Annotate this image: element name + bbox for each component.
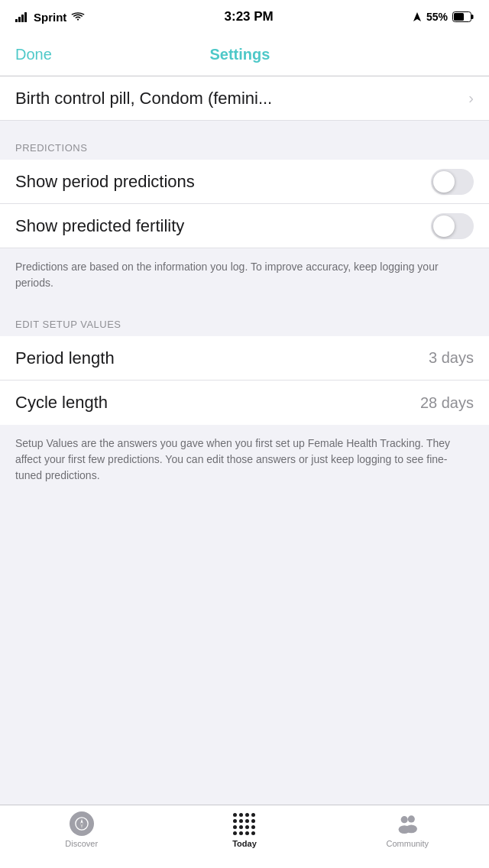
svg-marker-9 <box>80 824 83 828</box>
cycle-length-label: Cycle length <box>15 393 108 413</box>
status-time: 3:23 PM <box>225 9 274 24</box>
show-predicted-fertility-row: Show predicted fertility <box>0 204 489 248</box>
community-label: Community <box>387 839 429 848</box>
show-period-predictions-toggle[interactable] <box>431 169 474 195</box>
show-period-predictions-row: Show period predictions <box>0 160 489 204</box>
show-predicted-fertility-label: Show predicted fertility <box>15 216 184 236</box>
compass-svg <box>75 817 89 831</box>
edit-setup-note: Setup Values are the answers you gave wh… <box>0 425 489 497</box>
predictions-rows: Show period predictions Show predicted f… <box>0 160 489 248</box>
dot-8 <box>251 819 255 823</box>
svg-rect-1 <box>18 17 21 22</box>
status-right: 55% <box>413 11 474 23</box>
dot-13 <box>233 831 237 835</box>
tab-today[interactable]: Today <box>163 811 325 848</box>
predictions-header: PREDICTIONS <box>0 128 489 160</box>
today-label: Today <box>232 839 257 848</box>
svg-rect-5 <box>471 15 474 19</box>
cycle-length-value: 28 days <box>420 394 474 412</box>
edit-setup-section: EDIT SETUP VALUES Period length 3 days C… <box>0 305 489 497</box>
dot-16 <box>251 831 255 835</box>
period-length-row[interactable]: Period length 3 days <box>0 336 489 381</box>
dot-14 <box>239 831 243 835</box>
dot-4 <box>251 813 255 817</box>
svg-rect-3 <box>24 12 27 22</box>
dot-11 <box>245 825 249 829</box>
community-svg <box>395 812 419 835</box>
nav-bar: Done Settings <box>0 34 489 76</box>
svg-point-12 <box>401 816 408 823</box>
tab-bar: Discover Today <box>0 805 489 868</box>
dot-1 <box>233 813 237 817</box>
svg-marker-8 <box>80 819 83 824</box>
compass-icon <box>70 811 94 836</box>
discover-icon-container <box>70 811 94 836</box>
dot-12 <box>251 825 255 829</box>
svg-rect-2 <box>21 15 24 22</box>
dot-2 <box>239 813 243 817</box>
dot-6 <box>239 819 243 823</box>
birth-control-chevron: › <box>468 89 474 107</box>
svg-point-10 <box>408 815 415 822</box>
signal-icon <box>15 11 29 22</box>
predictions-section: PREDICTIONS Show period predictions Show… <box>0 128 489 305</box>
svg-point-13 <box>399 825 410 834</box>
period-length-value: 3 days <box>429 349 474 367</box>
svg-rect-6 <box>454 13 464 21</box>
toggle-knob-fertility <box>433 215 455 237</box>
done-button[interactable]: Done <box>15 46 52 63</box>
wifi-icon <box>71 11 85 22</box>
birth-control-section: Birth control pill, Condom (femini... › <box>0 76 489 121</box>
birth-control-row[interactable]: Birth control pill, Condom (femini... › <box>0 76 489 121</box>
dot-7 <box>245 819 249 823</box>
dot-9 <box>233 825 237 829</box>
cycle-length-row[interactable]: Cycle length 28 days <box>0 381 489 425</box>
status-bar: Sprint 3:23 PM 55% <box>0 0 489 34</box>
tab-community[interactable]: Community <box>326 811 489 848</box>
show-period-predictions-label: Show period predictions <box>15 172 195 192</box>
show-predicted-fertility-toggle[interactable] <box>431 213 474 239</box>
content-area: Birth control pill, Condom (femini... › … <box>0 76 489 805</box>
edit-setup-header: EDIT SETUP VALUES <box>0 305 489 336</box>
dot-5 <box>233 819 237 823</box>
dot-3 <box>245 813 249 817</box>
tab-discover[interactable]: Discover <box>0 811 163 848</box>
birth-control-label: Birth control pill, Condom (femini... <box>15 89 272 108</box>
battery-label: 55% <box>426 11 448 23</box>
edit-setup-rows: Period length 3 days Cycle length 28 day… <box>0 336 489 425</box>
toggle-knob-period <box>433 171 455 193</box>
battery-icon <box>452 11 474 22</box>
predictions-note: Predictions are based on the information… <box>0 248 489 305</box>
discover-label: Discover <box>65 839 98 848</box>
dot-10 <box>239 825 243 829</box>
community-icon-container <box>395 811 419 836</box>
gap-1 <box>0 121 489 128</box>
settings-title: Settings <box>209 46 270 63</box>
today-icon-container <box>232 811 257 836</box>
dot-grid-icon <box>233 813 255 835</box>
dot-15 <box>245 831 249 835</box>
carrier-label: Sprint <box>34 11 66 24</box>
location-icon <box>413 11 422 22</box>
period-length-label: Period length <box>15 348 115 368</box>
status-left: Sprint <box>15 11 85 24</box>
svg-rect-0 <box>15 19 18 22</box>
